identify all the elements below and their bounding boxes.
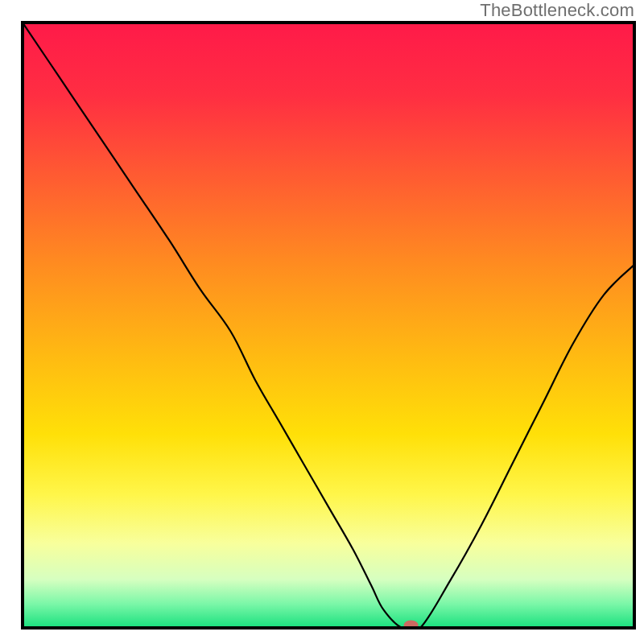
plot-area xyxy=(23,23,634,633)
watermark-text: TheBottleneck.com xyxy=(480,0,634,21)
plot-background xyxy=(23,23,634,628)
chart-svg xyxy=(0,0,644,644)
bottleneck-chart: TheBottleneck.com xyxy=(0,0,644,644)
